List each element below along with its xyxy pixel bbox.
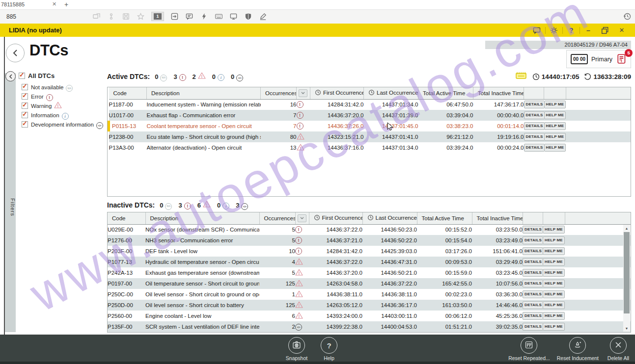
- help-me-button[interactable]: HELP ME: [543, 247, 565, 255]
- checkbox[interactable]: ✓: [22, 121, 28, 128]
- help-me-button[interactable]: HELP ME: [543, 258, 565, 266]
- keyboard-icon[interactable]: [215, 12, 223, 21]
- details-button[interactable]: DETAILS: [524, 111, 544, 119]
- filter-checkbox-row[interactable]: ✓ Warning !: [19, 101, 106, 110]
- collapse-filters-button[interactable]: [5, 71, 16, 81]
- details-button[interactable]: DETAILS: [523, 269, 543, 277]
- help-me-button[interactable]: HELP ME: [544, 133, 566, 141]
- new-tab-icon[interactable]: +: [64, 0, 68, 8]
- shield-icon[interactable]: [244, 12, 252, 21]
- help-me-button[interactable]: HELP ME: [544, 144, 566, 152]
- feedback-comment-icon[interactable]: [528, 26, 545, 35]
- page-count-badge[interactable]: 1: [151, 12, 164, 21]
- footer-button[interactable]: Snapshot: [284, 337, 309, 361]
- dtc-occurrences: 1: [259, 289, 295, 300]
- occurrences-filter-dropdown[interactable]: [298, 214, 306, 222]
- details-button[interactable]: DETAILS: [523, 226, 543, 234]
- filter-checkbox-row[interactable]: ✓ All DTCs: [19, 70, 106, 81]
- help-me-button[interactable]: HELP ME: [543, 312, 565, 320]
- vertical-scrollbar[interactable]: ▲ ▼: [623, 225, 630, 332]
- display-icon[interactable]: [229, 12, 238, 21]
- dtc-table-row[interactable]: P242A-13 Exhaust gas temperature sensor …: [108, 267, 631, 278]
- checkbox[interactable]: ✓: [22, 84, 28, 90]
- details-button[interactable]: DETAILS: [523, 312, 543, 320]
- dtc-table-row[interactable]: P13A3-00 Alternator (deactivation) - Ope…: [109, 142, 632, 153]
- occurrences-filter-dropdown[interactable]: [299, 89, 307, 97]
- dtc-table-row[interactable]: U029E-00 NOx sensor (downstream SCR) - C…: [108, 224, 631, 235]
- filter-checkbox-row[interactable]: ✓ Development information </>: [19, 120, 106, 129]
- scroll-down-icon[interactable]: ▼: [623, 325, 630, 332]
- checkbox[interactable]: ✓: [22, 112, 28, 118]
- details-button[interactable]: DETAILS: [523, 280, 543, 287]
- footer-button[interactable]: ? Help: [316, 337, 342, 361]
- details-button[interactable]: DETAILS: [523, 323, 543, 331]
- dtc-table-row[interactable]: P250C-00 Oil level sensor - Short circui…: [108, 289, 631, 300]
- link-icon[interactable]: [107, 12, 115, 21]
- details-button[interactable]: DETAILS: [523, 247, 543, 255]
- dtc-table-row[interactable]: P0197-00 Oil temperature sensor - Short …: [108, 278, 631, 289]
- tab-preview-icon[interactable]: [92, 12, 101, 21]
- footer-button[interactable]: Reset Repeated...: [508, 337, 550, 361]
- details-button[interactable]: DETAILS: [524, 101, 544, 108]
- error-icon: !: [297, 112, 304, 119]
- help-me-button[interactable]: HELP ME: [544, 122, 566, 130]
- help-icon[interactable]: ?: [563, 26, 580, 35]
- dtc-table-row[interactable]: P135F-00 SCR system - Last ventilation o…: [108, 321, 631, 332]
- minimize-icon[interactable]: –: [580, 26, 597, 35]
- help-me-button[interactable]: HELP ME: [543, 269, 565, 277]
- dtc-table-row[interactable]: P203F-00 DEF tank - Level low 10 ! 14284…: [108, 246, 631, 257]
- share-page-icon[interactable]: [170, 12, 179, 21]
- help-me-button[interactable]: HELP ME: [543, 236, 565, 244]
- svg-text:!: !: [300, 135, 301, 140]
- help-me-button[interactable]: HELP ME: [543, 290, 565, 298]
- dtc-table-row[interactable]: U1017-00 Exhaust flap - Communication er…: [109, 110, 632, 121]
- details-button[interactable]: DETAILS: [523, 236, 543, 244]
- settings-gear-icon[interactable]: [546, 26, 562, 35]
- favorite-star-icon[interactable]: [137, 12, 145, 21]
- save-icon[interactable]: [122, 12, 130, 21]
- checkbox[interactable]: ✓: [22, 103, 28, 109]
- help-me-button[interactable]: HELP ME: [543, 323, 565, 331]
- filter-checkbox-row[interactable]: ✓ Not available N/A: [19, 82, 106, 92]
- details-button[interactable]: DETAILS: [524, 133, 544, 141]
- filter-checkbox-row[interactable]: ✓ Error !: [19, 92, 106, 101]
- details-button[interactable]: DETAILS: [523, 258, 543, 266]
- filters-strip[interactable]: Filters: [5, 73, 16, 332]
- close-window-icon[interactable]: ✕: [613, 26, 630, 35]
- dtc-table-row[interactable]: P1276-00 NH3 sensor - Communication erro…: [108, 235, 631, 246]
- back-button[interactable]: [6, 44, 25, 62]
- details-button[interactable]: DETAILS: [523, 301, 543, 309]
- annotate-pen-icon[interactable]: [259, 12, 267, 21]
- footer-button[interactable]: Reset Inducement: [557, 337, 599, 361]
- footer-button[interactable]: Delete All: [606, 337, 631, 361]
- filter-checkbox-row[interactable]: ✓ Information i: [19, 110, 106, 120]
- details-button[interactable]: DETAILS: [523, 290, 543, 298]
- checkbox[interactable]: ✓: [22, 93, 28, 100]
- history-icon[interactable]: [623, 12, 631, 22]
- lightning-icon[interactable]: [200, 12, 208, 21]
- help-me-button[interactable]: HELP ME: [543, 226, 565, 234]
- address-text[interactable]: 885: [6, 13, 16, 20]
- help-me-button[interactable]: HELP ME: [543, 301, 565, 309]
- scrollbar-thumb[interactable]: [624, 232, 630, 313]
- help-me-button[interactable]: HELP ME: [544, 101, 566, 108]
- help-me-button[interactable]: HELP ME: [543, 280, 565, 287]
- comment-icon[interactable]: [185, 12, 193, 21]
- dtc-table-row[interactable]: P2560-00 Engine coolant - Level low 6 ! …: [108, 311, 631, 321]
- details-button[interactable]: DETAILS: [524, 144, 544, 152]
- details-button[interactable]: DETAILS: [524, 122, 544, 130]
- dtc-table-row[interactable]: P1077-13 Hydraulic oil temperature senso…: [108, 257, 631, 267]
- restore-window-icon[interactable]: [597, 26, 613, 35]
- filter-label: Development information: [31, 122, 94, 128]
- tab-close-icon[interactable]: ✕: [52, 1, 56, 7]
- help-me-button[interactable]: HELP ME: [544, 111, 566, 119]
- dtc-table-row[interactable]: P250D-00 Oil level sensor - Short circui…: [108, 300, 631, 311]
- dtc-occurrences: 125: [259, 278, 295, 289]
- col-details: [524, 87, 544, 99]
- browser-tab[interactable]: 78115885: [1, 1, 25, 7]
- checkbox[interactable]: ✓: [19, 73, 25, 79]
- dtc-table-row[interactable]: P1187-00 Inducement system - Warning (em…: [109, 99, 632, 110]
- scroll-up-icon[interactable]: ▲: [623, 225, 630, 232]
- dtc-table-row[interactable]: P1238-00 Ecu state lamp - Short circuit …: [109, 131, 632, 142]
- dtc-table-row[interactable]: P0115-13 Coolant temperature sensor - Op…: [109, 121, 632, 131]
